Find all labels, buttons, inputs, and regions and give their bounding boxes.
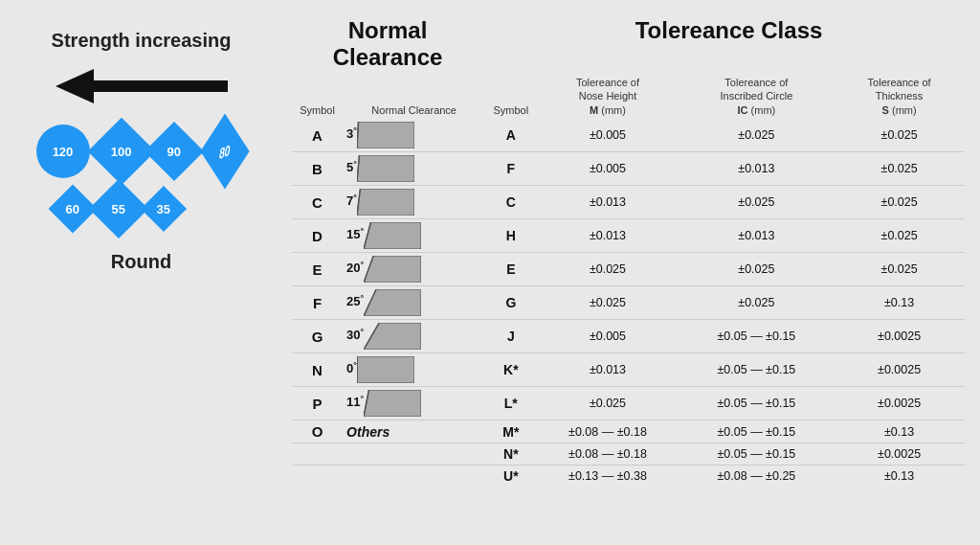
cell-nose-height: ±0.025 [536, 286, 679, 320]
cell-symbol2: F [485, 152, 536, 186]
cell-symbol2: G [485, 286, 536, 320]
cell-nose-height: ±0.013 [536, 219, 679, 253]
cell-symbol2: E [485, 253, 536, 286]
svg-marker-1 [357, 122, 414, 148]
cell-symbol2: A [485, 119, 536, 152]
cell-normal-clearance: 15° [343, 219, 485, 253]
cell-thickness: ±0.0025 [834, 353, 965, 387]
cell-symbol1: E [292, 253, 343, 286]
shape-rhombus-80: 80 [200, 114, 249, 190]
cell-inscribed-circle: ±0.05 — ±0.15 [679, 443, 835, 466]
cell-inscribed-circle: ±0.05 — ±0.15 [679, 353, 835, 387]
cell-symbol1: F [292, 286, 343, 320]
cell-thickness: ±0.13 [834, 466, 965, 488]
cell-symbol1: N [292, 353, 343, 387]
cell-normal-clearance: 30° [343, 320, 485, 353]
table-row: B5° F±0.005±0.013±0.025 [292, 152, 965, 186]
cell-normal-clearance: 11° [343, 387, 485, 420]
arrow-icon [56, 69, 228, 103]
right-panel: NormalClearance Tolereance Class Symbol … [282, 0, 980, 545]
cell-inscribed-circle: ±0.013 [679, 219, 835, 253]
table-row: A3° A±0.005±0.025±0.025 [292, 119, 965, 152]
cell-thickness: ±0.0025 [834, 443, 965, 466]
cell-symbol1: D [292, 219, 343, 253]
table-row: P11° L*±0.025±0.05 — ±0.15±0.0025 [292, 387, 965, 420]
shape-diamond-55: 55 [88, 179, 147, 238]
svg-marker-3 [357, 155, 414, 182]
cell-nose-height: ±0.005 [536, 152, 679, 186]
svg-marker-7 [364, 222, 421, 249]
cell-normal-clearance: Others [343, 420, 485, 443]
svg-marker-11 [364, 289, 421, 316]
strength-title: Strength increasing [52, 29, 232, 52]
svg-marker-15 [357, 356, 414, 383]
cell-symbol2: H [485, 219, 536, 253]
cell-thickness: ±0.025 [834, 119, 965, 152]
th-symbol2: Symbol [485, 74, 536, 119]
table-row: OOthersM*±0.08 — ±0.18±0.05 — ±0.15±0.13 [292, 420, 965, 443]
cell-thickness: ±0.0025 [834, 320, 965, 353]
right-top-titles: NormalClearance Tolereance Class [292, 17, 965, 70]
th-nose-height: Tolereance ofNose HeightM (mm) [536, 74, 679, 119]
cell-symbol2: M* [485, 420, 536, 443]
shape-diamond-35: 35 [140, 186, 186, 232]
cell-inscribed-circle: ±0.05 — ±0.15 [679, 387, 835, 420]
cell-symbol1: C [292, 186, 343, 219]
shapes-area: 120 100 90 80 60 55 35 [36, 125, 247, 230]
cell-normal-clearance: 3° [343, 119, 485, 152]
svg-marker-0 [56, 69, 228, 103]
main-table: Symbol Normal Clearance Symbol Tolereanc… [292, 74, 965, 487]
cell-nose-height: ±0.013 [536, 353, 679, 387]
cell-symbol1: A [292, 119, 343, 152]
cell-symbol2: L* [485, 387, 536, 420]
th-inscribed-circle: Tolereance ofInscribed CircleIC (mm) [679, 74, 835, 119]
cell-inscribed-circle: ±0.025 [679, 119, 835, 152]
cell-nose-height: ±0.005 [536, 320, 679, 353]
cell-symbol2: U* [485, 466, 536, 488]
cell-symbol1: G [292, 320, 343, 353]
cell-symbol2: N* [485, 443, 536, 466]
cell-inscribed-circle: ±0.025 [679, 253, 835, 286]
th-normal-clearance: Normal Clearance [343, 74, 485, 119]
normal-clearance-title: NormalClearance [292, 17, 493, 70]
cell-thickness: ±0.025 [834, 219, 965, 253]
cell-symbol1: O [292, 420, 343, 443]
cell-thickness: ±0.13 [834, 420, 965, 443]
cell-symbol1: B [292, 152, 343, 186]
cell-inscribed-circle: ±0.05 — ±0.15 [679, 320, 835, 353]
cell-nose-height: ±0.025 [536, 387, 679, 420]
cell-thickness: ±0.0025 [834, 387, 965, 420]
shape-circle-120: 120 [36, 125, 90, 178]
table-row: U*±0.13 — ±0.38±0.08 — ±0.25±0.13 [292, 466, 965, 488]
cell-nose-height: ±0.013 [536, 186, 679, 219]
cell-normal-clearance: 20° [343, 253, 485, 286]
cell-inscribed-circle: ±0.08 — ±0.25 [679, 466, 835, 488]
cell-thickness: ±0.025 [834, 152, 965, 186]
cell-inscribed-circle: ±0.025 [679, 286, 835, 320]
table-row: F25° G±0.025±0.025±0.13 [292, 286, 965, 320]
cell-normal-clearance [343, 466, 485, 488]
th-thickness: Tolereance ofThicknessS (mm) [834, 74, 965, 119]
table-row: D15° H±0.013±0.013±0.025 [292, 219, 965, 253]
cell-inscribed-circle: ±0.025 [679, 186, 835, 219]
cell-normal-clearance: 7° [343, 186, 485, 219]
shape-diamond-90: 90 [144, 122, 203, 181]
cell-nose-height: ±0.025 [536, 253, 679, 286]
cell-normal-clearance: 5° [343, 152, 485, 186]
tolerance-class-title: Tolereance Class [493, 17, 965, 44]
cell-normal-clearance: 0° [343, 353, 485, 387]
cell-symbol2: K* [485, 353, 536, 387]
cell-symbol1: P [292, 387, 343, 420]
cell-normal-clearance [343, 443, 485, 466]
left-panel: Strength increasing 120 100 90 80 60 [0, 0, 282, 545]
cell-thickness: ±0.13 [834, 286, 965, 320]
cell-thickness: ±0.025 [834, 253, 965, 286]
arrow-container [56, 69, 228, 103]
cell-thickness: ±0.025 [834, 186, 965, 219]
cell-inscribed-circle: ±0.013 [679, 152, 835, 186]
cell-nose-height: ±0.08 — ±0.18 [536, 443, 679, 466]
cell-symbol1 [292, 443, 343, 466]
shapes-row-2: 60 55 35 [103, 188, 180, 230]
table-row: N0° K*±0.013±0.05 — ±0.15±0.0025 [292, 353, 965, 387]
th-symbol1: Symbol [292, 74, 343, 119]
